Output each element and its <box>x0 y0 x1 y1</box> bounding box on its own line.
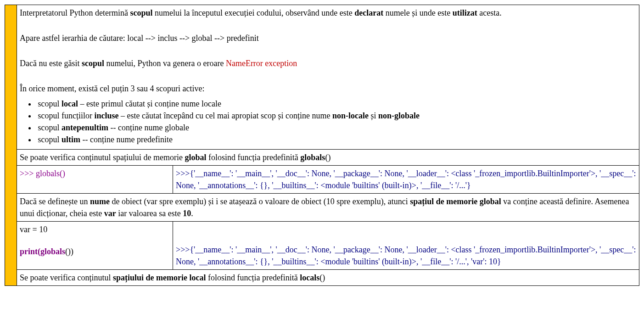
list-item: scopul ultim -- conține nume predefinite <box>36 134 636 145</box>
var-example-row: var = 10 print(globals()) >>>{'__name__'… <box>17 222 639 269</box>
text: scopul funcțiilor <box>38 111 95 120</box>
text: scopul <box>38 135 62 144</box>
text: Se poate verifica conținutul <box>20 273 113 282</box>
locals-intro-cell: Se poate verifica conținutul spațiului d… <box>17 270 639 285</box>
text: de obiect (var spre exemplu) și i se ata… <box>110 197 410 206</box>
var-define-cell: Dacă se definește un nume de obiect (var… <box>17 194 639 222</box>
para-search-hierarchy: Apare astfel ierarhia de căutare: local … <box>20 32 636 44</box>
text: numelui, Python va genera o eroare <box>104 59 226 68</box>
function-name: globals <box>40 247 65 256</box>
text-bold: var <box>104 209 116 218</box>
text: numelui la începutul execuției codului, … <box>152 8 354 17</box>
text-bold: antepenultim <box>62 123 108 132</box>
text: -- conține nume globale <box>108 123 189 132</box>
code-input-cell: var = 10 print(globals()) <box>17 222 173 269</box>
text: Dacă se definește un <box>20 197 90 206</box>
text-bold: non-locale <box>332 111 369 120</box>
code-line: var = 10 <box>20 223 170 235</box>
text-bold: locals <box>300 273 319 282</box>
text: folosind funcția predefinită <box>206 153 300 162</box>
left-accent-stripe <box>5 5 17 285</box>
text-bold: globals <box>300 153 325 162</box>
error-text: NameError exception <box>226 59 297 68</box>
content-column: Interpretatorul Python determină scopul … <box>17 5 639 285</box>
text: scopul <box>38 99 62 108</box>
output-text: >>>{'__name__': '__main__', '__doc__': N… <box>176 244 636 268</box>
text: . <box>191 209 193 218</box>
keyword: print( <box>20 247 40 256</box>
scope-list: scopul local – este primul căutat și con… <box>36 98 636 145</box>
globals-intro-cell: Se poate verifica conținutul spațiului d… <box>17 150 639 166</box>
text-bold: utilizat <box>453 8 477 17</box>
text: Dacă nu este găsit <box>20 59 82 68</box>
text: iar valoarea sa este <box>116 209 183 218</box>
text-bold: declarat <box>354 8 383 17</box>
text: () <box>325 153 330 162</box>
list-item: scopul local – este primul căutat și con… <box>36 98 636 110</box>
repl-prompt: >>> globals() <box>20 169 65 178</box>
text: – este căutat începând cu cel mai apropi… <box>119 111 332 120</box>
text-bold: non-globale <box>378 111 420 120</box>
text-bold: scopul <box>82 59 104 68</box>
code-input-cell: >>> globals() <box>17 166 173 193</box>
text-bold: ultim <box>62 135 80 144</box>
text: ()) <box>65 247 73 256</box>
para-name-error: Dacă nu este găsit scopul numelui, Pytho… <box>20 57 636 69</box>
text-bold: 10 <box>183 209 191 218</box>
code-line: print(globals()) <box>20 246 170 257</box>
document-table: Interpretatorul Python determină scopul … <box>5 5 639 286</box>
text: () <box>319 273 325 282</box>
text: acesta. <box>477 8 502 17</box>
text: scopul <box>38 123 62 132</box>
para-scope-determination: Interpretatorul Python determină scopul … <box>20 7 636 19</box>
text: și <box>369 111 378 120</box>
text: – este primul căutat și conține nume loc… <box>78 99 221 108</box>
list-item: scopul funcțiilor incluse – este căutat … <box>36 110 636 122</box>
text-bold: spațiului de memorie local <box>113 273 206 282</box>
para-active-scopes: În orice moment, există cel puțin 3 sau … <box>20 83 636 95</box>
text-bold: nume <box>90 197 110 206</box>
text-bold: global <box>185 153 206 162</box>
text-bold: local <box>62 99 78 108</box>
text: folosind funcția predefinită <box>206 273 300 282</box>
text: Se poate verifica conținutul spațiului d… <box>20 153 185 162</box>
code-output-cell: >>>{'__name__': '__main__', '__doc__': N… <box>173 222 639 269</box>
text-bold: spațiul de memorie global <box>410 197 501 206</box>
code-output-cell: >>>{'__name__': '__main__', '__doc__': N… <box>173 166 639 193</box>
text-bold: scopul <box>130 8 152 17</box>
text: Interpretatorul Python determină <box>20 8 130 17</box>
text: -- conține nume predefinite <box>80 135 173 144</box>
globals-example-row: >>> globals() >>>{'__name__': '__main__'… <box>17 166 639 194</box>
text: numele și unde este <box>383 8 452 17</box>
scope-explanation-cell: Interpretatorul Python determină scopul … <box>17 5 639 150</box>
text-bold: incluse <box>95 111 119 120</box>
list-item: scopul antepenultim -- conține nume glob… <box>36 122 636 134</box>
